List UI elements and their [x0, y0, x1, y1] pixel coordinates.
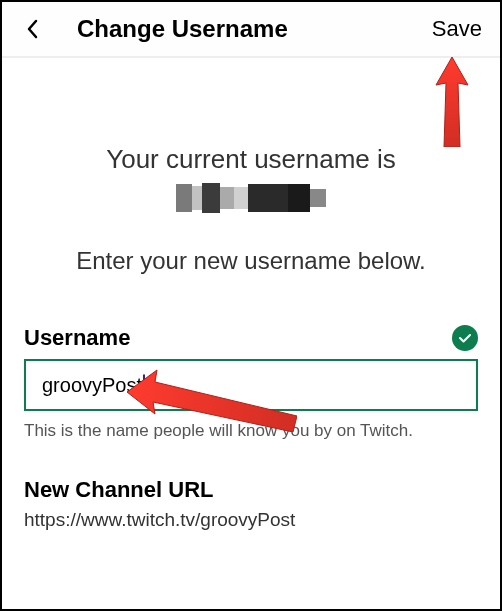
new-url-value: https://www.twitch.tv/groovyPost	[24, 509, 478, 531]
current-username-heading: Your current username is	[24, 144, 478, 175]
username-input-value: groovyPost	[42, 374, 142, 397]
annotation-arrow-save	[432, 57, 472, 147]
new-url-section: New Channel URL https://www.twitch.tv/gr…	[24, 477, 478, 531]
page-title: Change Username	[77, 15, 288, 43]
text-cursor	[143, 374, 145, 396]
svg-marker-0	[436, 57, 468, 147]
save-button[interactable]: Save	[432, 16, 482, 42]
header-bar: Change Username Save	[2, 2, 500, 58]
instruction-text: Enter your new username below.	[24, 247, 478, 275]
current-username-redacted	[171, 183, 331, 215]
username-section: Username groovyPost This is the name peo…	[24, 325, 478, 441]
validation-check-icon	[452, 325, 478, 351]
chevron-left-icon	[26, 19, 38, 39]
back-button[interactable]	[20, 17, 44, 41]
content-area: Your current username is Enter your new …	[2, 144, 500, 531]
username-field-label: Username	[24, 325, 130, 351]
new-url-label: New Channel URL	[24, 477, 478, 503]
username-input[interactable]: groovyPost	[24, 359, 478, 411]
username-hint-text: This is the name people will know you by…	[24, 421, 478, 441]
